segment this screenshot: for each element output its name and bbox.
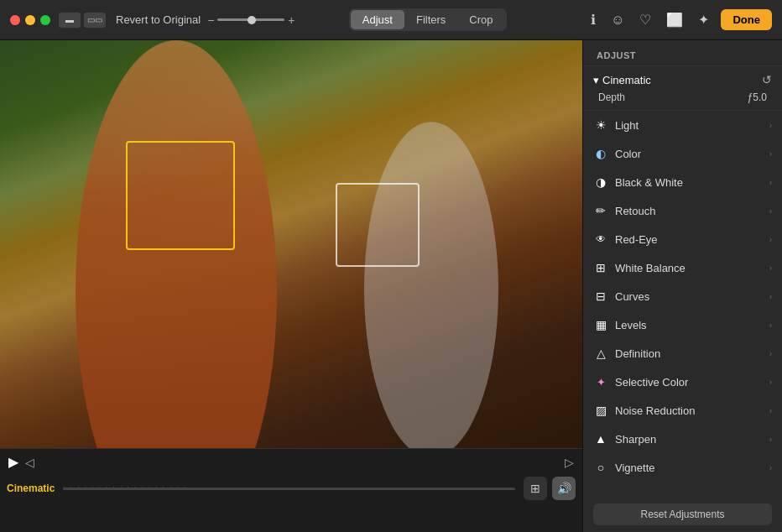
play-button[interactable]: ▶ bbox=[8, 454, 18, 470]
brightness-track[interactable] bbox=[217, 18, 284, 21]
titlebar: ▬ ▭▭ Revert to Original − + Adjust Filte… bbox=[0, 0, 782, 40]
expand-arrow-noise: › bbox=[769, 406, 772, 415]
expand-arrow-color: › bbox=[769, 149, 772, 159]
done-button[interactable]: Done bbox=[721, 9, 772, 30]
panel-header: ADJUST bbox=[583, 40, 782, 66]
timeline-footer: Cinematic ⊞ 🔊 bbox=[0, 475, 582, 503]
brightness-slider[interactable]: − + bbox=[207, 13, 295, 27]
reset-adjustments-button[interactable]: Reset Adjustments bbox=[593, 503, 772, 525]
titlebar-right: ℹ ☺ ♡ ⬜ ✦ Done bbox=[587, 9, 772, 30]
wb-icon: ⊞ bbox=[593, 260, 608, 275]
expand-arrow-definition: › bbox=[769, 349, 772, 358]
adjust-item-levels[interactable]: ▦ Levels › bbox=[583, 310, 782, 339]
audio-icon-button[interactable]: 🔊 bbox=[552, 477, 576, 500]
adjust-item-noise[interactable]: ▨ Noise Reduction › bbox=[583, 396, 782, 425]
adjust-label-sharpen: Sharpen bbox=[615, 433, 656, 446]
undo-button[interactable]: ↺ bbox=[762, 73, 772, 86]
forward-button[interactable]: ▷ bbox=[565, 456, 574, 469]
adjust-item-sharpen[interactable]: ▲ Sharpen › bbox=[583, 425, 782, 453]
brightness-thumb[interactable] bbox=[248, 16, 256, 24]
expand-arrow-retouch: › bbox=[769, 206, 772, 216]
close-button[interactable] bbox=[10, 15, 20, 25]
brightness-plus-icon: + bbox=[288, 13, 295, 27]
adjust-label-light: Light bbox=[615, 119, 639, 132]
chevron-down-icon: ▾ bbox=[593, 74, 599, 86]
window-controls: ▬ ▭▭ bbox=[59, 13, 106, 28]
depth-label: Depth bbox=[598, 91, 625, 103]
adjust-item-color[interactable]: ◐ Color › bbox=[583, 139, 782, 168]
definition-icon: △ bbox=[593, 346, 608, 361]
adjust-item-redeye[interactable]: 👁 Red-Eye › bbox=[583, 225, 782, 253]
video-canvas bbox=[0, 40, 582, 448]
face-detection-secondary bbox=[336, 183, 420, 267]
cinematic-timeline-label: Cinematic bbox=[7, 482, 55, 494]
cinematic-header: ▾ Cinematic ↺ bbox=[593, 73, 772, 86]
levels-icon: ▦ bbox=[593, 317, 608, 332]
magic-wand-icon[interactable]: ✦ bbox=[695, 10, 712, 29]
adjust-item-wb[interactable]: ⊞ White Balance › bbox=[583, 253, 782, 282]
bw-icon: ◑ bbox=[593, 175, 608, 190]
cinematic-section: ▾ Cinematic ↺ Depth ƒ5.0 bbox=[583, 66, 782, 111]
depth-value: ƒ5.0 bbox=[748, 91, 767, 103]
adjust-item-curves[interactable]: ⊟ Curves › bbox=[583, 282, 782, 310]
tab-filters[interactable]: Filters bbox=[404, 10, 457, 29]
adjust-item-vignette[interactable]: ○ Vignette › bbox=[583, 453, 782, 482]
cinematic-label: Cinematic bbox=[602, 74, 651, 86]
face-detection-primary bbox=[126, 141, 235, 250]
main-layout: ▶ ◁ ▷ Cinematic ⊞ 🔊 ADJUST bbox=[0, 40, 782, 532]
color-icon: ◐ bbox=[593, 146, 608, 161]
selective-icon: ✦ bbox=[593, 374, 608, 389]
maximize-button[interactable] bbox=[40, 15, 50, 25]
adjust-label-color: Color bbox=[615, 148, 641, 160]
adjust-item-selective[interactable]: ✦ Selective Color › bbox=[583, 368, 782, 396]
timeline-dots[interactable] bbox=[63, 488, 515, 490]
vignette-icon: ○ bbox=[593, 460, 608, 475]
traffic-lights bbox=[10, 15, 50, 25]
revert-button[interactable]: Revert to Original bbox=[116, 13, 201, 26]
adjust-item-bw[interactable]: ◑ Black & White › bbox=[583, 168, 782, 196]
smiley-icon[interactable]: ☺ bbox=[607, 11, 628, 29]
panel-scroll[interactable]: ▾ Cinematic ↺ Depth ƒ5.0 ☀ Light › ◐ Col… bbox=[583, 66, 782, 497]
adjust-item-light[interactable]: ☀ Light › bbox=[583, 111, 782, 139]
timeline-controls: ▶ ◁ ▷ bbox=[0, 449, 582, 475]
tab-adjust[interactable]: Adjust bbox=[351, 10, 404, 29]
heart-icon[interactable]: ♡ bbox=[636, 10, 654, 29]
adjust-item-retouch[interactable]: ✏ Retouch › bbox=[583, 196, 782, 225]
redeye-icon: 👁 bbox=[593, 232, 608, 247]
depth-row: Depth ƒ5.0 bbox=[593, 91, 772, 103]
adjust-label-redeye: Red-Eye bbox=[615, 233, 658, 246]
adjust-label-levels: Levels bbox=[615, 319, 647, 331]
adjust-label-vignette: Vignette bbox=[615, 462, 654, 474]
sharpen-icon: ▲ bbox=[593, 431, 608, 446]
expand-arrow-selective: › bbox=[769, 378, 772, 387]
expand-arrow-wb: › bbox=[769, 263, 772, 273]
split-view-button[interactable]: ▭▭ bbox=[84, 13, 106, 28]
expand-arrow-sharpen: › bbox=[769, 435, 772, 444]
frame-icon-button[interactable]: ⊞ bbox=[524, 477, 547, 500]
brightness-minus-icon: − bbox=[207, 13, 214, 27]
expand-arrow-light: › bbox=[769, 121, 772, 130]
single-view-button[interactable]: ▬ bbox=[59, 13, 81, 28]
adjust-label-selective: Selective Color bbox=[615, 376, 688, 389]
adjust-label-bw: Black & White bbox=[615, 176, 683, 189]
timeline-icons: ⊞ 🔊 bbox=[524, 477, 576, 500]
dots-track bbox=[63, 488, 515, 490]
minimize-button[interactable] bbox=[25, 15, 35, 25]
adjust-label-retouch: Retouch bbox=[615, 205, 655, 217]
adjust-label-wb: White Balance bbox=[615, 262, 686, 274]
expand-arrow-curves: › bbox=[769, 292, 772, 301]
expand-arrow-levels: › bbox=[769, 321, 772, 330]
expand-arrow-vignette: › bbox=[769, 463, 772, 472]
expand-arrow-bw: › bbox=[769, 178, 772, 187]
cinematic-title[interactable]: ▾ Cinematic bbox=[593, 74, 651, 86]
adjust-label-curves: Curves bbox=[615, 290, 649, 303]
tab-crop[interactable]: Crop bbox=[457, 10, 504, 29]
video-area: ▶ ◁ ▷ Cinematic ⊞ 🔊 bbox=[0, 40, 582, 532]
noise-icon: ▨ bbox=[593, 403, 608, 418]
share-icon[interactable]: ⬜ bbox=[663, 10, 686, 29]
rewind-button[interactable]: ◁ bbox=[25, 456, 34, 469]
retouch-icon: ✏ bbox=[593, 203, 608, 218]
tab-group: Adjust Filters Crop bbox=[349, 8, 507, 31]
info-icon[interactable]: ℹ bbox=[587, 10, 599, 29]
adjust-item-definition[interactable]: △ Definition › bbox=[583, 339, 782, 368]
